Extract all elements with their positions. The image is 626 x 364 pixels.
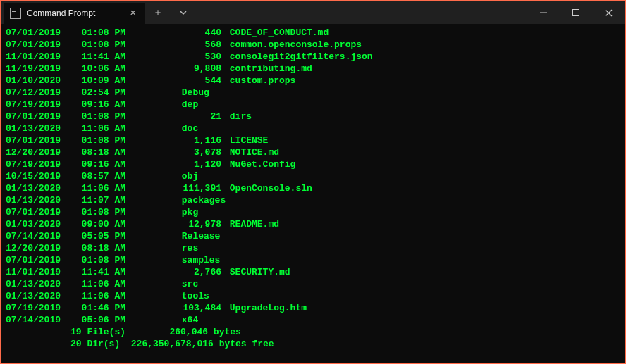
titlebar: Command Prompt ✕ ＋ xyxy=(1,1,625,24)
minimize-button[interactable] xyxy=(527,1,560,24)
entry-time: 05:05 PM xyxy=(70,230,125,242)
entry-time: 01:08 PM xyxy=(70,206,125,218)
dir-listing-row: 07/19/201909:16 AM dep xyxy=(6,99,620,111)
dir-listing-row: 07/01/201901:08 PM pkg xyxy=(6,206,620,218)
entry-date: 12/20/2019 xyxy=(6,146,70,158)
dir-listing-row: 07/01/201901:08 PM440 CODE_OF_CONDUCT.md xyxy=(6,27,620,39)
entry-dir-flag: packages xyxy=(125,194,173,206)
dir-listing-row: 07/14/201905:05 PM Release xyxy=(6,230,620,242)
entry-date: 01/13/2020 xyxy=(6,182,70,194)
entry-date: 07/01/2019 xyxy=(6,134,70,146)
close-tab-button[interactable]: ✕ xyxy=(127,8,138,19)
blank-line xyxy=(6,350,620,362)
entry-size: 21 xyxy=(173,111,224,123)
entry-time: 01:08 PM xyxy=(70,134,125,146)
entry-dir-flag: doc xyxy=(125,123,173,134)
entry-size: 9,808 xyxy=(173,63,224,75)
entry-size: 12,978 xyxy=(173,218,224,230)
entry-date: 10/15/2019 xyxy=(6,170,70,182)
dir-listing-row: 10/15/201908:57 AM obj xyxy=(6,170,620,182)
dir-listing-row: 07/19/201909:16 AM1,120 NuGet.Config xyxy=(6,158,620,170)
entry-dir-flag: tools xyxy=(125,290,173,302)
entry-name: packages xyxy=(176,195,226,206)
entry-name: CODE_OF_CONDUCT.md xyxy=(224,27,329,38)
entry-time: 01:08 PM xyxy=(70,111,125,123)
entry-name: res xyxy=(176,243,198,253)
entry-name: contributing.md xyxy=(224,63,312,74)
new-tab-button[interactable]: ＋ xyxy=(145,1,171,24)
entry-name: UpgradeLog.htm xyxy=(224,303,307,313)
entry-date: 07/01/2019 xyxy=(6,111,70,123)
entry-dir-flag: res xyxy=(125,242,173,254)
entry-name: dep xyxy=(176,99,198,110)
entry-time: 02:54 PM xyxy=(70,87,125,99)
entry-name: custom.props xyxy=(224,75,295,86)
entry-date: 07/14/2019 xyxy=(6,230,70,242)
dir-listing-row: 11/01/201911:41 AM530 consolegit2gitfilt… xyxy=(6,51,620,63)
tab-title: Command Prompt xyxy=(27,8,121,18)
entry-dir-flag: Release xyxy=(125,230,173,242)
entry-size: 111,391 xyxy=(173,182,224,194)
entry-time: 01:08 PM xyxy=(70,39,125,51)
entry-time: 11:06 AM xyxy=(70,182,125,194)
close-window-button[interactable] xyxy=(592,1,625,24)
entry-time: 10:09 AM xyxy=(70,75,125,87)
entry-size: 568 xyxy=(173,39,224,51)
entry-dir-flag: src xyxy=(125,278,173,290)
tab-command-prompt[interactable]: Command Prompt ✕ xyxy=(4,3,145,24)
entry-name: Debug xyxy=(176,87,209,98)
entry-date: 11/01/2019 xyxy=(6,51,70,63)
entry-date: 01/10/2020 xyxy=(6,75,70,87)
entry-time: 11:06 AM xyxy=(70,290,125,302)
dir-listing-row: 12/20/201908:18 AM3,078 NOTICE.md xyxy=(6,146,620,158)
entry-name: README.md xyxy=(224,219,279,230)
entry-time: 11:06 AM xyxy=(70,123,125,134)
cmd-icon xyxy=(10,8,21,19)
entry-date: 12/20/2019 xyxy=(6,242,70,254)
entry-name: tools xyxy=(176,291,209,301)
maximize-button[interactable] xyxy=(560,1,592,24)
entry-name: LICENSE xyxy=(224,135,268,146)
entry-time: 11:07 AM xyxy=(70,194,125,206)
dir-listing-row: 07/01/201901:08 PM samples xyxy=(6,254,620,266)
dir-listing-row: 01/13/202011:06 AM doc xyxy=(6,123,620,134)
entry-date: 01/13/2020 xyxy=(6,194,70,206)
entry-date: 07/01/2019 xyxy=(6,254,70,266)
entry-time: 08:57 AM xyxy=(70,170,125,182)
entry-name: src xyxy=(176,279,198,289)
dir-listing-row: 01/13/202011:06 AM tools xyxy=(6,290,620,302)
entry-date: 11/19/2019 xyxy=(6,63,70,75)
entry-date: 01/03/2020 xyxy=(6,218,70,230)
entry-time: 09:00 AM xyxy=(70,218,125,230)
entry-time: 01:08 PM xyxy=(70,254,125,266)
dir-listing-row: 01/13/202011:07 AM packages xyxy=(6,194,620,206)
entry-time: 08:18 AM xyxy=(70,146,125,158)
entry-date: 07/12/2019 xyxy=(6,87,70,99)
entry-size: 544 xyxy=(173,75,224,87)
dir-listing-row: 07/12/201902:54 PM Debug xyxy=(6,87,620,99)
entry-size: 530 xyxy=(173,51,224,63)
entry-date: 07/19/2019 xyxy=(6,158,70,170)
entry-name: doc xyxy=(176,123,198,134)
entry-time: 11:41 AM xyxy=(70,51,125,63)
entry-size: 440 xyxy=(173,27,224,39)
entry-date: 01/13/2020 xyxy=(6,290,70,302)
terminal-output[interactable]: 07/01/201901:08 PM440 CODE_OF_CONDUCT.md… xyxy=(1,24,625,363)
svg-rect-1 xyxy=(573,10,579,16)
entry-name: OpenConsole.sln xyxy=(224,183,312,194)
entry-time: 09:16 AM xyxy=(70,99,125,111)
entry-dir-flag: x64 xyxy=(125,314,173,326)
entry-name: dirs xyxy=(224,111,252,122)
entry-date: 11/01/2019 xyxy=(6,266,70,278)
entry-date: 01/13/2020 xyxy=(6,123,70,134)
entry-time: 09:16 AM xyxy=(70,158,125,170)
entry-name: NOTICE.md xyxy=(224,147,279,158)
entry-time: 10:06 AM xyxy=(70,63,125,75)
tabs-dropdown-button[interactable] xyxy=(171,1,196,24)
dir-listing-row: 01/13/202011:06 AM src xyxy=(6,278,620,290)
entry-time: 11:41 AM xyxy=(70,266,125,278)
entry-date: 07/01/2019 xyxy=(6,39,70,51)
entry-size: 3,078 xyxy=(173,146,224,158)
entry-time: 01:08 PM xyxy=(70,27,125,39)
dir-listing-row: 07/01/201901:08 PM21 dirs xyxy=(6,111,620,123)
